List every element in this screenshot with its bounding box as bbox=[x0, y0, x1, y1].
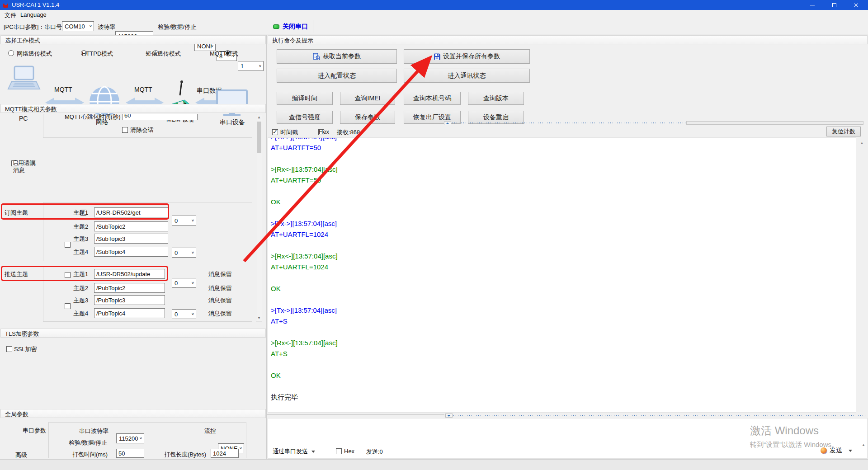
log-line: AT+UARTFT=50 bbox=[271, 142, 856, 153]
log-line bbox=[271, 240, 856, 251]
will-label-line2: 消息 bbox=[13, 166, 25, 174]
splitter-thumb[interactable] bbox=[686, 121, 863, 125]
splitter-collapse-up-icon[interactable] bbox=[444, 121, 451, 125]
send-hex-checkbox[interactable] bbox=[336, 448, 342, 454]
log-line: >[Tx->][13:57:04][asc] bbox=[271, 218, 856, 229]
get-params-icon bbox=[313, 53, 320, 60]
pub-topic1-input[interactable] bbox=[94, 269, 165, 279]
log-line bbox=[271, 273, 856, 283]
log-top-splitter[interactable] bbox=[444, 121, 867, 125]
log-line: AT+UARTFL=1024 bbox=[271, 262, 856, 273]
pub-topic1-retain-label: 消息保留 bbox=[208, 270, 232, 278]
query-version-button[interactable]: 查询版本 bbox=[468, 92, 524, 105]
scrollbar-up-icon[interactable]: ▲ bbox=[256, 114, 262, 121]
mqtt-params-scrollbar[interactable]: ▲ ▼ bbox=[256, 114, 262, 322]
close-button[interactable] bbox=[845, 0, 866, 10]
mqtt-params-scroll-area: MQTT心跳包时间(秒) 清除会话 启用遗嘱 消息 订阅主题 主题1 0 主题2… bbox=[0, 114, 266, 322]
reset-count-button[interactable]: 复位计数 bbox=[826, 127, 861, 136]
menu-file[interactable]: 文件 bbox=[5, 11, 16, 19]
packtime-input[interactable] bbox=[116, 449, 144, 458]
log-line: AT+UARTFL=1024 bbox=[271, 229, 856, 240]
packlen-label: 打包长度(Bytes) bbox=[164, 451, 206, 459]
packlen-input[interactable] bbox=[211, 449, 239, 458]
radio-httpd-label: HTTPD模式 bbox=[82, 50, 113, 58]
log-line: >[Rx<-][13:57:04][asc] bbox=[271, 164, 856, 175]
send-splitter[interactable] bbox=[267, 414, 868, 418]
save-params-button[interactable]: 保存参数 bbox=[340, 111, 395, 124]
parity-label: 检验/数据/停止 bbox=[158, 23, 196, 31]
query-signal-button[interactable]: 查信号强度 bbox=[277, 111, 333, 124]
set-save-params-button[interactable]: 设置并保存所有参数 bbox=[404, 49, 530, 64]
log-line: >[Tx->][13:57:04][asc] bbox=[271, 305, 856, 316]
log-scrollbar[interactable]: ▲ bbox=[856, 137, 868, 413]
pub-topic2-input[interactable] bbox=[94, 283, 165, 293]
ssl-checkbox[interactable] bbox=[6, 346, 12, 352]
heartbeat-input[interactable] bbox=[122, 114, 198, 120]
log-line: AT+S bbox=[271, 348, 856, 359]
log-body: >[Tx->][13:57:04][asc]AT+UARTFT=50>[Rx<-… bbox=[271, 137, 856, 403]
send-scroll-up-icon[interactable]: ▲ bbox=[862, 442, 865, 448]
clean-session-checkbox[interactable] bbox=[122, 127, 128, 133]
send-splitter-lines bbox=[267, 414, 444, 416]
scrollbar-down-icon[interactable]: ▼ bbox=[256, 315, 262, 321]
send-dropdown-arrow-icon bbox=[849, 450, 852, 452]
global-baud-select[interactable]: 115200 bbox=[116, 433, 144, 443]
splitter-collapse-down-icon[interactable] bbox=[445, 414, 453, 418]
pc-serial-label: [PC串口参数]：串口号 bbox=[4, 23, 62, 31]
windows-activation-watermark: 激活 Windows 转到“设置”以激活 Windows。 bbox=[750, 423, 838, 449]
timestamp-label: 时间戳 bbox=[280, 128, 298, 136]
log-line: OK bbox=[271, 197, 856, 207]
commands-header: 执行命令及提示 bbox=[268, 35, 868, 44]
log-line: >[Tx->][13:57:04][asc] bbox=[271, 137, 856, 142]
dropdown-arrow-icon bbox=[311, 451, 315, 453]
toolbar-separator bbox=[313, 20, 313, 33]
sub-topic1-input[interactable] bbox=[94, 207, 168, 217]
pub-topic4-input[interactable] bbox=[94, 308, 165, 318]
log-line: >[Rx<-][13:57:04][asc] bbox=[271, 338, 856, 348]
query-number-button[interactable]: 查询本机号码 bbox=[404, 92, 461, 105]
log-line: OK bbox=[271, 370, 856, 381]
timestamp-checkbox[interactable] bbox=[272, 129, 278, 135]
send-via-serial-button[interactable]: 通过串口发送 bbox=[273, 447, 315, 456]
sub-topic1-qos-select[interactable]: 0 bbox=[172, 216, 196, 226]
radio-net-mode[interactable] bbox=[8, 50, 14, 56]
sub-topic3-input[interactable] bbox=[94, 234, 168, 244]
log-line bbox=[271, 186, 856, 197]
subscribe-topics-label: 订阅主题 bbox=[5, 209, 28, 217]
get-params-button[interactable]: 获取当前参数 bbox=[277, 49, 397, 64]
minimize-button[interactable] bbox=[802, 0, 823, 10]
log-output-area[interactable]: >[Tx->][13:57:04][asc]AT+UARTFT=50>[Rx<-… bbox=[268, 137, 856, 413]
work-mode-header: 选择工作模式 bbox=[0, 35, 266, 44]
sub-topic2-input[interactable] bbox=[94, 221, 168, 231]
com-port-select[interactable]: COM10 bbox=[62, 21, 94, 31]
sub-topic1-label: 主题1 bbox=[73, 209, 88, 217]
send-hex-label: Hex bbox=[344, 448, 354, 455]
compile-time-button[interactable]: 编译时间 bbox=[277, 92, 333, 105]
sub-topic4-input[interactable] bbox=[94, 247, 168, 257]
maximize-button[interactable] bbox=[824, 0, 844, 10]
log-line bbox=[271, 153, 856, 164]
log-line: OK bbox=[271, 283, 856, 294]
sub-topic2-qos-select[interactable]: 0 bbox=[172, 248, 196, 258]
query-imei-button[interactable]: 查询IMEI bbox=[340, 92, 395, 105]
enter-comm-button[interactable]: 进入通讯状态 bbox=[404, 69, 530, 83]
pub-topic4-label: 主题4 bbox=[73, 310, 88, 318]
log-scroll-up-icon[interactable]: ▲ bbox=[856, 140, 868, 146]
close-serial-button[interactable]: 关闭串口 bbox=[273, 21, 308, 32]
enter-config-button[interactable]: 进入配置状态 bbox=[277, 69, 397, 83]
pub-topic3-label: 主题3 bbox=[73, 296, 88, 305]
global-params-header: 全局参数 bbox=[0, 409, 266, 418]
log-line: AT+S bbox=[271, 316, 856, 327]
sub-topic2-checkbox[interactable] bbox=[65, 242, 71, 248]
splitter-dotted-track bbox=[452, 122, 685, 123]
advanced-label: 高级 bbox=[15, 451, 27, 459]
packtime-label: 打包时间(ms) bbox=[72, 451, 108, 459]
recv-count-label: 接收:8684 bbox=[337, 128, 363, 136]
menu-language[interactable]: Language bbox=[20, 11, 47, 18]
scrollbar-thumb[interactable] bbox=[257, 122, 261, 153]
log-line bbox=[271, 381, 856, 392]
global-baud-label: 串口波特率 bbox=[79, 427, 108, 435]
pub-topic3-input[interactable] bbox=[94, 295, 165, 305]
menu-bar: 文件 Language bbox=[0, 10, 868, 19]
diagram-mqtt1-label: MQTT bbox=[54, 86, 72, 93]
